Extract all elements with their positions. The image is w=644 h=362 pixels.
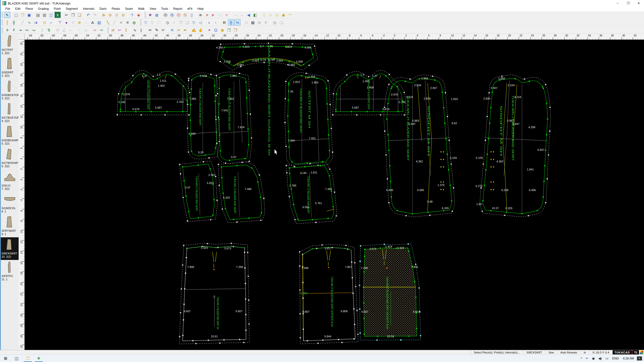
sew-define-button[interactable]: ≋ — [197, 12, 204, 18]
reseam-b-button[interactable]: ⌣ — [239, 12, 245, 18]
target-pen-button[interactable]: ⊕ — [76, 19, 83, 25]
task-view-taskbar-button[interactable]: ◫ — [11, 355, 22, 362]
menu-pleats[interactable]: Pleats — [109, 7, 123, 11]
line-tool-button[interactable]: ╱ — [20, 19, 26, 25]
sidebar-item-ssdbcktof[interactable]: S/SDBCKTOF3. 2(2) — [1, 79, 19, 102]
toolbar-grip[interactable] — [107, 27, 109, 33]
undo-button[interactable]: ↶ — [85, 12, 91, 18]
smooth-curve-button[interactable]: ↪ — [98, 27, 104, 33]
cut-button[interactable]: ✂ — [63, 12, 69, 18]
seam-swap-button[interactable]: ⇋ — [234, 19, 240, 25]
piece-delete-a-button[interactable]: ⓧ — [176, 12, 182, 18]
dart-copy-button[interactable]: ❐ — [178, 19, 184, 25]
menu-grading[interactable]: Grading — [35, 7, 51, 11]
pen-input-icon[interactable]: ✒ — [584, 356, 590, 360]
menu-seam[interactable]: Seam — [123, 7, 135, 11]
pattern-canvas[interactable]: 4.3565.8230.70.735.8234.3562.6982.8812.9… — [0, 0, 644, 362]
efit-avatar-button[interactable]: ❖ — [147, 12, 153, 18]
sidebar-item-sfrtfc[interactable]: S/FRTFC11. 1 — [1, 260, 19, 283]
brush-tool-button[interactable]: ❋ — [169, 27, 175, 33]
reseam-a-button[interactable]: ⌣ — [232, 12, 238, 18]
sidebar-item-ssdbckhip[interactable]: S/SDBCKHIP5. 2(2) — [1, 124, 19, 147]
toolbar-grip[interactable] — [2, 20, 3, 25]
piece-save-a-button[interactable]: ⓐ — [169, 12, 175, 18]
rotate-off-button[interactable]: ▱ — [83, 27, 89, 33]
zoom-point-button[interactable]: ⊙ — [42, 19, 48, 25]
pen-curve-button[interactable]: ✑ — [176, 27, 182, 33]
point-along-button[interactable]: ↠ — [17, 27, 23, 33]
beads-tool-button[interactable]: ∵ — [70, 19, 76, 25]
menu-view[interactable]: View — [147, 7, 159, 11]
piece-target-button[interactable]: ⊡ — [213, 27, 219, 33]
shape-circle-button[interactable]: ○ — [267, 12, 273, 18]
grade-globe-button[interactable]: ◍ — [131, 19, 137, 25]
book-green-button[interactable]: ❒ — [226, 27, 232, 33]
zoom-all-button[interactable]: ⊙ — [114, 12, 120, 18]
pleat-off-button[interactable]: ◖ — [213, 19, 219, 25]
shape-polygon-button[interactable]: ◇ — [274, 12, 280, 18]
hammer-tool-button[interactable]: ⊤ — [57, 19, 63, 25]
glove-tan-button[interactable]: ✌ — [197, 27, 204, 33]
align-off-button[interactable]: ⊞ — [256, 19, 262, 25]
notch-delete-all-button[interactable]: ✖ — [125, 19, 131, 25]
notch-slant2-button[interactable]: ╱ — [111, 19, 117, 25]
walk-tool-button[interactable]: ∿ — [132, 27, 138, 33]
notch-slant-button[interactable]: ╲ — [105, 19, 111, 25]
mirror-piece-button[interactable]: ⇄ — [110, 27, 116, 33]
pleat-fold-button[interactable]: ◗ — [206, 19, 212, 25]
menu-efit[interactable]: eFit — [185, 7, 195, 11]
internals-show-button[interactable]: ║ — [4, 19, 10, 25]
export-excel-button[interactable]: X — [55, 12, 61, 18]
save-file-button[interactable]: ▣ — [26, 12, 32, 18]
angle-off-button[interactable]: ∠ — [61, 27, 67, 33]
shape-arc-button[interactable]: ◠ — [287, 12, 293, 18]
grade-arrows-button[interactable]: ⇉ — [33, 19, 39, 25]
toolbar-grip[interactable] — [140, 20, 141, 25]
menu-internals[interactable]: Internals — [80, 7, 97, 11]
maximize-button[interactable]: ❐ — [623, 0, 633, 7]
network-icon[interactable]: ▭ — [604, 356, 610, 360]
pen-curve2-button[interactable]: ✒ — [182, 27, 188, 33]
dart-new-button[interactable]: ◇ — [165, 19, 171, 25]
redo-button[interactable]: ↷ — [92, 12, 98, 18]
measure-stack-button[interactable]: ⋮ — [39, 27, 45, 33]
screen-recorder-icon[interactable]: ◉ — [590, 356, 596, 360]
menu-point[interactable]: Point — [51, 7, 63, 11]
sidebar-item-sbckskrt[interactable]: S/BCKSKRT10. 2(2) — [1, 237, 19, 260]
menu-edit[interactable]: Edit — [13, 7, 23, 11]
point-up-button[interactable]: ↟ — [11, 27, 17, 33]
grid-points-button[interactable]: ∷ — [243, 19, 249, 25]
grade-rules-button[interactable]: ∿ — [26, 19, 32, 25]
fold-piece-button[interactable]: ↥ — [123, 27, 129, 33]
cut-segment-button[interactable]: ✂ — [147, 27, 153, 33]
sew-screen-button[interactable]: ◧ — [252, 12, 258, 18]
delete-off-button[interactable]: ✗ — [263, 19, 269, 25]
paste-button[interactable]: ❑ — [76, 12, 83, 18]
tuka-app-taskbar-button[interactable]: ❖ — [33, 355, 44, 362]
point-slide-button[interactable]: ↝ — [30, 27, 36, 33]
whats-this-button[interactable]: ◈ — [136, 12, 142, 18]
spacing-arrows-button[interactable]: ⇅ — [46, 27, 52, 33]
close-button[interactable]: ✕ — [633, 0, 644, 7]
new-file-button[interactable]: ▢ — [13, 12, 19, 18]
status-mode[interactable]: Sew — [545, 350, 557, 354]
menu-piece[interactable]: Piece — [23, 7, 35, 11]
shape-rectangle-button[interactable]: □ — [261, 12, 267, 18]
pencil-trace-button[interactable]: ✎ — [154, 27, 160, 33]
image-tool-button[interactable]: ▧ — [96, 19, 102, 25]
menu-tools[interactable]: Tools — [159, 7, 171, 11]
tray-expand-icon[interactable]: ^ — [579, 356, 584, 360]
shape-spiral-button[interactable]: ◉ — [280, 12, 287, 18]
piece-half-button[interactable]: ▯ — [189, 12, 195, 18]
menu-segment[interactable]: Segment — [63, 7, 80, 11]
dart-paste-button[interactable]: ❑ — [184, 19, 190, 25]
zoom-out-button[interactable]: ⊖ — [107, 12, 113, 18]
select-pointer-button[interactable]: ↖ — [4, 12, 10, 18]
internals-grade-button[interactable]: ╫ — [11, 19, 17, 25]
minimize-button[interactable]: ─ — [612, 0, 623, 7]
dart-fold-button[interactable]: ▽ — [143, 19, 149, 25]
fold-arrow-button[interactable]: ↩ — [116, 27, 123, 33]
sphere-tool-button[interactable]: ● — [63, 19, 69, 25]
sidebar-item-sslv1[interactable]: S/SLV17. 2(2) — [1, 169, 19, 192]
dart-close-button[interactable]: ▽ — [191, 19, 197, 25]
